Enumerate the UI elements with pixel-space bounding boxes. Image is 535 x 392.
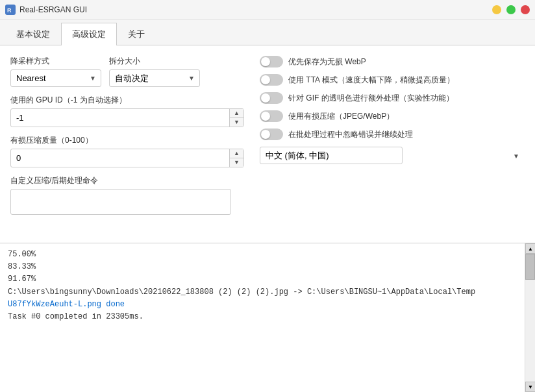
tilesize-select[interactable]: 自动决定 128 256 512 <box>109 69 200 87</box>
tab-basic[interactable]: 基本设定 <box>5 23 61 45</box>
toggle-track-continue[interactable] <box>260 129 283 140</box>
toggle-row-tta: 使用 TTA 模式（速度大幅下降，稍微提高质量） <box>260 74 525 86</box>
settings-right: 优先保存为无损 WebP使用 TTA 模式（速度大幅下降，稍微提高质量）针对 G… <box>260 56 525 225</box>
lossy-quality-group: 有损压缩质量（0-100） 0 ▲ ▼ <box>10 135 244 167</box>
log-line-3: C:\Users\bingsunny\Downloads\20210622_18… <box>8 286 517 299</box>
downsample-select-wrapper: Nearest Bilinear Bicubic ▼ <box>10 69 101 87</box>
toggle-label-webp: 优先保存为无损 WebP <box>288 56 366 67</box>
toggle-row-continue: 在批处理过程中忽略错误并继续处理 <box>260 129 525 140</box>
tilesize-group: 拆分大小 自动决定 128 256 512 ▼ <box>109 56 200 87</box>
custom-cmd-label: 自定义压缩/后期处理命令 <box>10 175 244 186</box>
tilesize-label: 拆分大小 <box>109 56 200 67</box>
log-content: 75.00%83.33%91.67%C:\Users\bingsunny\Dow… <box>0 243 525 392</box>
gpu-id-label: 使用的 GPU ID（-1 为自动选择） <box>10 95 244 106</box>
toggle-label-continue: 在批处理过程中忽略错误并继续处理 <box>288 129 413 140</box>
custom-cmd-group: 自定义压缩/后期处理命令 <box>10 175 244 217</box>
main-content: 基本设定 高级设定 关于 降采样方式 Nearest Bilinear Bicu… <box>0 19 535 392</box>
toggle-webp[interactable] <box>260 56 283 67</box>
toggle-lossy[interactable] <box>260 110 283 122</box>
gpu-id-down-button[interactable]: ▼ <box>230 118 243 127</box>
tab-advanced[interactable]: 高级设定 <box>61 23 117 45</box>
lossy-quality-spinner: 0 ▲ ▼ <box>10 149 244 167</box>
toggle-thumb-gif <box>261 93 270 103</box>
toggle-tta[interactable] <box>260 74 283 86</box>
gpu-id-spinner-controls: ▲ ▼ <box>229 109 243 127</box>
settings-row-top: 降采样方式 Nearest Bilinear Bicubic ▼ 拆分大小 <box>10 56 525 225</box>
toggle-continue[interactable] <box>260 129 283 140</box>
title-bar: R Real-ESRGAN GUI <box>0 0 535 19</box>
toggle-label-tta: 使用 TTA 模式（速度大幅下降，稍微提高质量） <box>288 75 454 86</box>
lossy-quality-value[interactable]: 0 <box>11 150 229 166</box>
downsample-group: 降采样方式 Nearest Bilinear Bicubic ▼ <box>10 56 101 87</box>
svg-text:R: R <box>7 7 12 14</box>
scroll-up-button[interactable]: ▲ <box>525 243 535 254</box>
downsample-select[interactable]: Nearest Bilinear Bicubic <box>10 69 101 87</box>
title-bar-controls <box>492 5 530 14</box>
toggle-row-webp: 优先保存为无损 WebP <box>260 56 525 67</box>
log-scrollbar: ▲ ▼ <box>525 243 535 392</box>
log-line-2: 91.67% <box>8 273 517 286</box>
toggles-container: 优先保存为无损 WebP使用 TTA 模式（速度大幅下降，稍微提高质量）针对 G… <box>260 56 525 140</box>
settings-area: 降采样方式 Nearest Bilinear Bicubic ▼ 拆分大小 <box>0 45 535 243</box>
close-button[interactable] <box>521 5 530 14</box>
toggle-track-webp[interactable] <box>260 56 283 67</box>
tab-about[interactable]: 关于 <box>117 23 156 45</box>
gpu-id-up-button[interactable]: ▲ <box>230 109 243 118</box>
minimize-button[interactable] <box>492 5 501 14</box>
gpu-id-value[interactable]: -1 <box>11 110 229 126</box>
maximize-button[interactable] <box>506 5 516 14</box>
toggle-row-lossy: 使用有损压缩（JPEG/WebP） <box>260 110 525 122</box>
log-line-1: 83.33% <box>8 261 517 273</box>
custom-cmd-input[interactable] <box>10 189 231 215</box>
toggle-thumb-webp <box>261 57 270 66</box>
gpu-id-group: 使用的 GPU ID（-1 为自动选择） -1 ▲ ▼ <box>10 95 244 127</box>
toggle-thumb-lossy <box>261 112 270 121</box>
toggle-label-gif: 针对 GIF 的透明色进行额外处理（实验性功能） <box>288 93 454 104</box>
settings-left: 降采样方式 Nearest Bilinear Bicubic ▼ 拆分大小 <box>10 56 244 225</box>
app-icon: R <box>5 5 16 15</box>
toggle-thumb-continue <box>261 130 270 139</box>
toggle-label-lossy: 使用有损压缩（JPEG/WebP） <box>288 111 394 122</box>
toggle-thumb-tta <box>261 75 270 84</box>
toggle-row-gif: 针对 GIF 的透明色进行额外处理（实验性功能） <box>260 92 525 104</box>
lossy-quality-down-button[interactable]: ▼ <box>230 158 243 167</box>
scroll-down-button[interactable]: ▼ <box>525 382 535 392</box>
lossy-quality-spinner-controls: ▲ ▼ <box>229 149 243 167</box>
downsample-tilesize-row: 降采样方式 Nearest Bilinear Bicubic ▼ 拆分大小 <box>10 56 244 95</box>
log-line-0: 75.00% <box>8 249 517 261</box>
title-bar-left: R Real-ESRGAN GUI <box>5 5 87 15</box>
log-area: 75.00%83.33%91.67%C:\Users\bingsunny\Dow… <box>0 243 535 392</box>
gpu-id-spinner: -1 ▲ ▼ <box>10 108 244 127</box>
log-line-4: U87fYkWzeAeuht-L.png done <box>8 299 517 311</box>
scroll-track <box>525 254 535 382</box>
language-select[interactable]: 中文 (简体, 中国) English 日本語 <box>260 147 403 164</box>
toggle-gif[interactable] <box>260 92 283 104</box>
toggle-track-tta[interactable] <box>260 74 283 86</box>
lossy-quality-label: 有损压缩质量（0-100） <box>10 135 244 146</box>
window-title: Real-ESRGAN GUI <box>19 5 87 14</box>
language-arrow-icon: ▼ <box>513 152 519 159</box>
toggle-track-gif[interactable] <box>260 92 283 104</box>
downsample-label: 降采样方式 <box>10 56 101 67</box>
toggle-track-lossy[interactable] <box>260 110 283 122</box>
log-line-5: Task #0 completed in 23305ms. <box>8 311 517 323</box>
scroll-thumb[interactable] <box>525 254 535 280</box>
lossy-quality-up-button[interactable]: ▲ <box>230 149 243 158</box>
tab-bar: 基本设定 高级设定 关于 <box>0 19 535 45</box>
tilesize-select-wrapper: 自动决定 128 256 512 ▼ <box>109 69 200 87</box>
language-select-wrapper: 中文 (简体, 中国) English 日本語 ▼ <box>260 147 525 164</box>
